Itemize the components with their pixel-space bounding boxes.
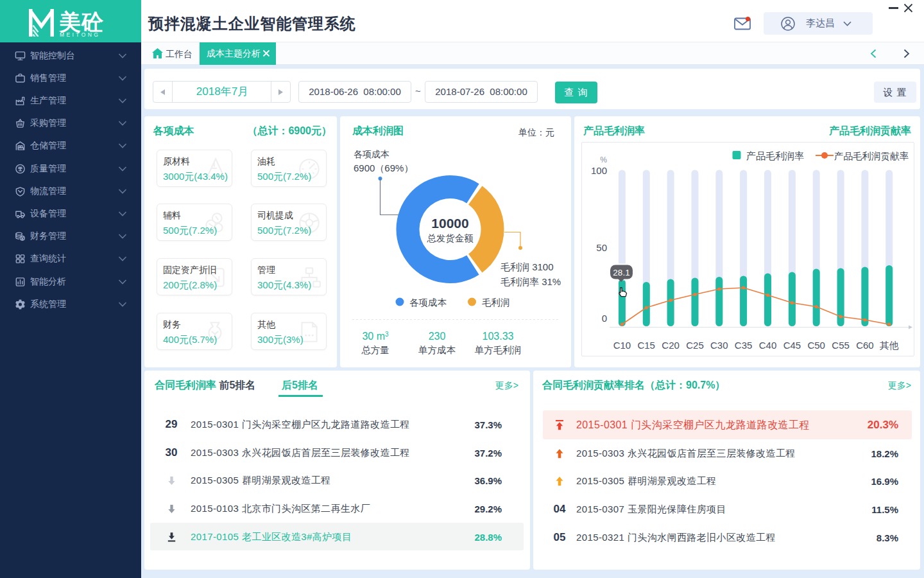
svg-text:C45: C45 bbox=[783, 340, 801, 351]
svg-text:C60: C60 bbox=[856, 340, 874, 351]
svg-text:毛利润: 毛利润 bbox=[482, 297, 510, 308]
svg-text:C35: C35 bbox=[735, 340, 753, 351]
svg-text:%: % bbox=[600, 155, 607, 164]
svg-text:230: 230 bbox=[429, 331, 446, 342]
svg-text:C25: C25 bbox=[686, 340, 704, 351]
svg-text:产品毛利润率: 产品毛利润率 bbox=[746, 150, 804, 161]
svg-text:100: 100 bbox=[591, 165, 607, 176]
svg-text:50: 50 bbox=[596, 242, 607, 253]
svg-text:C55: C55 bbox=[832, 340, 850, 351]
svg-text:总方量: 总方量 bbox=[361, 345, 389, 355]
svg-text:C40: C40 bbox=[759, 340, 777, 351]
svg-text:各项成本: 各项成本 bbox=[409, 297, 447, 308]
svg-text:总发货金额: 总发货金额 bbox=[427, 233, 474, 243]
svg-text:单方毛利润: 单方毛利润 bbox=[475, 345, 522, 355]
svg-text:10000: 10000 bbox=[431, 216, 468, 231]
svg-text:30 m3: 30 m3 bbox=[362, 331, 389, 342]
svg-text:28.1: 28.1 bbox=[613, 268, 629, 277]
svg-text:其他: 其他 bbox=[880, 340, 899, 351]
svg-text:C50: C50 bbox=[807, 340, 825, 351]
svg-text:C10: C10 bbox=[613, 340, 631, 351]
svg-text:单方成本: 单方成本 bbox=[418, 345, 456, 355]
svg-text:C20: C20 bbox=[662, 340, 680, 351]
svg-text:C30: C30 bbox=[710, 340, 728, 351]
svg-text:103.33: 103.33 bbox=[483, 331, 514, 342]
svg-text:产品毛利润贡献率: 产品毛利润贡献率 bbox=[834, 151, 909, 161]
svg-text:0: 0 bbox=[602, 313, 607, 324]
svg-text:C15: C15 bbox=[637, 340, 655, 351]
